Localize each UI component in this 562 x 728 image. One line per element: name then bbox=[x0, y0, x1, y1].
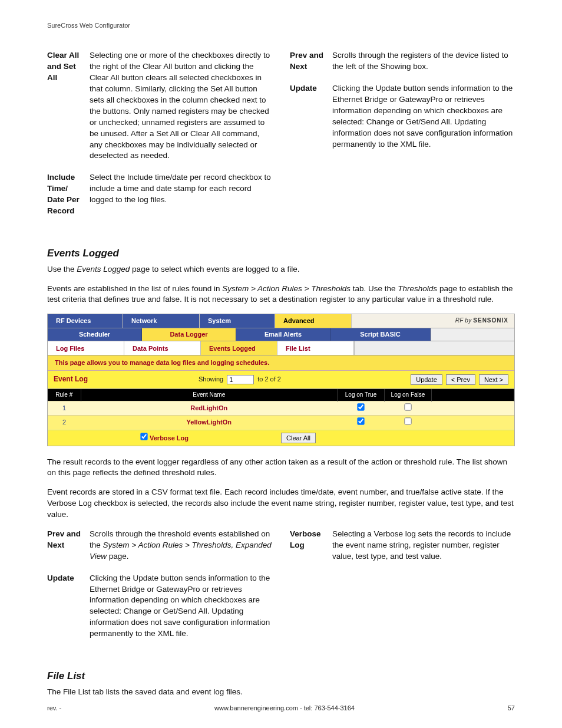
page-header: SureCross Web Configurator bbox=[47, 21, 515, 30]
ui-screenshot-panel: RF Devices Network System Advanced RF by… bbox=[47, 314, 515, 446]
verbose-log-label: Verbose Log bbox=[150, 434, 189, 442]
text-em: System > Action Rules > Thresholds bbox=[222, 284, 351, 293]
after-shot-p2: Event records are stored in a CSV format… bbox=[47, 487, 515, 521]
cell-log-false bbox=[385, 401, 432, 415]
tab-rf-devices[interactable]: RF Devices bbox=[48, 314, 123, 328]
def-desc: Clicking the Update button sends informa… bbox=[90, 573, 272, 640]
log-false-checkbox[interactable] bbox=[404, 403, 411, 410]
brand-badge: RF by SENSONIX bbox=[352, 314, 514, 328]
def-desc: Clicking the Update button sends informa… bbox=[332, 83, 515, 150]
showing-range: to 2 of 2 bbox=[257, 375, 281, 384]
def-term: Update bbox=[290, 83, 332, 150]
cell-rule: 1 bbox=[48, 401, 81, 415]
tab-file-list[interactable]: File List bbox=[277, 341, 354, 355]
table-row: 2 YellowLightOn bbox=[48, 416, 514, 430]
text: page. bbox=[107, 552, 129, 561]
tab-advanced[interactable]: Advanced bbox=[275, 314, 352, 328]
tab-events-logged[interactable]: Events Logged bbox=[201, 341, 277, 355]
section-heading-file-list: File List bbox=[47, 669, 515, 683]
col-log-false: Log on False bbox=[385, 389, 432, 401]
showing-input[interactable] bbox=[227, 375, 254, 384]
verbose-log-checkbox[interactable] bbox=[140, 433, 147, 440]
cell-rule: 2 bbox=[48, 416, 81, 430]
file-list-intro: The File List tab lists the saved data a… bbox=[47, 687, 515, 698]
cell-name: RedLightOn bbox=[81, 401, 338, 415]
events-table: Rule # Event Name Log on True Log on Fal… bbox=[48, 389, 514, 430]
col-spacer bbox=[432, 389, 514, 401]
text-em: Thresholds bbox=[398, 284, 437, 293]
tab-email-alerts[interactable]: Email Alerts bbox=[236, 328, 330, 341]
text-em: Events Logged bbox=[77, 265, 130, 274]
events-table-footer: Verbose Log Clear All bbox=[48, 430, 514, 446]
def-desc: Selecting a Verbose log sets the records… bbox=[332, 529, 515, 562]
text: tab. Use the bbox=[351, 284, 398, 293]
log-true-checkbox[interactable] bbox=[357, 417, 364, 424]
tab-data-points[interactable]: Data Points bbox=[124, 341, 201, 355]
col-name: Event Name bbox=[81, 389, 338, 401]
showing-label: Showing bbox=[199, 375, 223, 384]
prev-button[interactable]: < Prev bbox=[446, 374, 475, 385]
def-term: Clear All and Set All bbox=[47, 50, 90, 162]
footer-rev: rev. - bbox=[47, 704, 61, 713]
text: Use the bbox=[47, 265, 77, 274]
table-row: 1 RedLightOn bbox=[48, 401, 514, 415]
event-log-title: Event Log bbox=[54, 374, 195, 384]
footer-url: www.bannerengineering.com - tel: 763-544… bbox=[214, 704, 355, 713]
def-desc: Scrolls through the registers of the dev… bbox=[332, 50, 515, 73]
next-button[interactable]: Next > bbox=[479, 374, 508, 385]
def-term: Verbose Log bbox=[290, 529, 332, 562]
tab-script-basic[interactable]: Script BASIC bbox=[330, 328, 431, 341]
section-heading-events-logged: Events Logged bbox=[47, 246, 515, 261]
page-footer: rev. - www.bannerengineering.com - tel: … bbox=[47, 704, 515, 713]
footer-page-number: 57 bbox=[508, 704, 515, 713]
def-term: Update bbox=[47, 573, 90, 640]
events-logged-intro-2: Events are established in the list of ru… bbox=[47, 284, 515, 306]
events-logged-intro-1: Use the Events Logged page to select whi… bbox=[47, 264, 515, 275]
text: page to select which events are logged t… bbox=[130, 265, 299, 274]
cell-log-true bbox=[338, 401, 385, 415]
primary-tabs: RF Devices Network System Advanced RF by… bbox=[48, 314, 514, 328]
lower-definitions: Prev and Next Scrolls through the thresh… bbox=[47, 529, 515, 650]
top-definitions: Clear All and Set All Selecting one or m… bbox=[47, 50, 515, 227]
event-log-toolbar: Event Log Showing to 2 of 2 Update < Pre… bbox=[48, 371, 514, 389]
def-desc: Select the Include time/date per record … bbox=[90, 172, 272, 217]
brand-prefix: RF by bbox=[455, 317, 473, 324]
tab-data-logger[interactable]: Data Logger bbox=[142, 328, 236, 341]
def-term: Include Time/ Date Per Record bbox=[47, 172, 90, 217]
def-term: Prev and Next bbox=[47, 529, 90, 562]
cell-log-true bbox=[338, 416, 385, 430]
text: Events are established in the list of ru… bbox=[47, 284, 222, 293]
cell-log-false bbox=[385, 416, 432, 430]
log-false-checkbox[interactable] bbox=[404, 417, 411, 424]
tab-system[interactable]: System bbox=[200, 314, 275, 328]
tab-network[interactable]: Network bbox=[123, 314, 200, 328]
after-shot-p1: The result records to the event logger r… bbox=[47, 457, 515, 479]
log-true-checkbox[interactable] bbox=[357, 403, 364, 410]
brand-name: SENSONIX bbox=[473, 317, 508, 324]
col-log-true: Log on True bbox=[338, 389, 385, 401]
page-description-band: This page allows you to manage data log … bbox=[48, 355, 514, 370]
secondary-tabs: Scheduler Data Logger Email Alerts Scrip… bbox=[48, 328, 514, 341]
def-term: Prev and Next bbox=[290, 50, 332, 73]
tab-scheduler[interactable]: Scheduler bbox=[48, 328, 142, 341]
tertiary-tabs: Log Files Data Points Events Logged File… bbox=[48, 341, 514, 355]
cell-name: YellowLightOn bbox=[81, 416, 338, 430]
def-desc: Scrolls through the threshold events est… bbox=[90, 529, 272, 562]
def-desc: Selecting one or more of the checkboxes … bbox=[90, 50, 272, 162]
update-button[interactable]: Update bbox=[411, 374, 442, 385]
tab-log-files[interactable]: Log Files bbox=[48, 341, 124, 355]
clear-all-button[interactable]: Clear All bbox=[281, 433, 316, 443]
col-rule: Rule # bbox=[48, 389, 81, 401]
